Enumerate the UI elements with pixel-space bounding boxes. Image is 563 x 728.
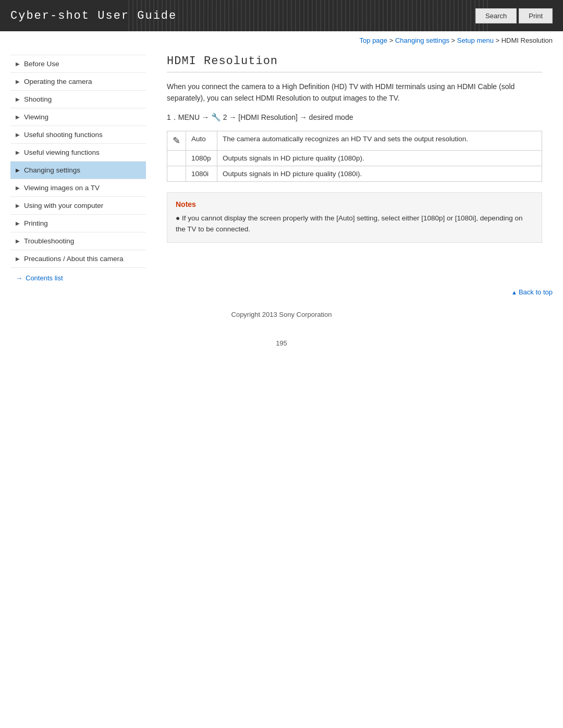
- sidebar-item-label: Operating the camera: [24, 78, 92, 85]
- step-text: 2 → [HDMI Resolution] → desired mode: [221, 113, 353, 121]
- sidebar-item-label: Viewing: [24, 113, 48, 121]
- header-actions: Search Print: [475, 8, 553, 23]
- table-cell-desc: Outputs signals in HD picture quality (1…: [217, 166, 542, 181]
- site-title: Cyber-shot User Guide: [10, 9, 177, 22]
- back-to-top-link[interactable]: Back to top: [511, 288, 553, 296]
- copyright-text: Copyright 2013 Sony Corporation: [231, 311, 332, 318]
- table-cell-desc: Outputs signals in HD picture quality (1…: [217, 150, 542, 166]
- sidebar-item-label: Before Use: [24, 60, 59, 68]
- sidebar-item-precautions[interactable]: ▶ Precautions / About this camera: [10, 250, 146, 268]
- sidebar-item-printing[interactable]: ▶ Printing: [10, 215, 146, 232]
- back-to-top-container: Back to top: [0, 284, 563, 300]
- arrow-right-icon: →: [16, 274, 22, 282]
- chevron-right-icon: ▶: [16, 256, 20, 262]
- table-cell-label: 1080i: [186, 166, 217, 181]
- sidebar-item-shooting[interactable]: ▶ Shooting: [10, 91, 146, 108]
- breadcrumb-changing[interactable]: Changing settings: [395, 36, 449, 44]
- chevron-right-icon: ▶: [16, 167, 20, 173]
- contents-list-link[interactable]: → Contents list: [10, 268, 146, 284]
- sidebar-item-operating[interactable]: ▶ Operating the camera: [10, 73, 146, 91]
- breadcrumb-sep1: >: [387, 36, 395, 44]
- notes-text: If you cannot display the screen properl…: [176, 213, 533, 235]
- chevron-right-icon: ▶: [16, 185, 20, 191]
- sidebar-item-useful-shooting[interactable]: ▶ Useful shooting functions: [10, 126, 146, 144]
- page-header: Cyber-shot User Guide Search Print: [0, 0, 563, 31]
- sidebar-item-viewing-tv[interactable]: ▶ Viewing images on a TV: [10, 179, 146, 197]
- table-row: ✎ Auto The camera automatically recogniz…: [167, 131, 542, 150]
- wrench-icon: 🔧: [211, 113, 221, 121]
- notes-box: Notes If you cannot display the screen p…: [167, 192, 542, 243]
- table-cell-desc: The camera automatically recognizes an H…: [217, 131, 542, 150]
- breadcrumb-top[interactable]: Top page: [360, 36, 388, 44]
- table-row: 1080p Outputs signals in HD picture qual…: [167, 150, 542, 166]
- breadcrumb-current: HDMI Resolution: [501, 36, 553, 44]
- table-cell-icon: ✎: [167, 131, 186, 150]
- table-cell-icon: [167, 150, 186, 166]
- breadcrumb-sep2: >: [449, 36, 457, 44]
- step-number: 1．MENU →: [167, 113, 211, 121]
- sidebar-item-before-use[interactable]: ▶ Before Use: [10, 55, 146, 73]
- breadcrumb: Top page > Changing settings > Setup men…: [0, 31, 563, 50]
- print-button[interactable]: Print: [519, 8, 553, 23]
- sidebar-item-viewing[interactable]: ▶ Viewing: [10, 108, 146, 126]
- chevron-right-icon: ▶: [16, 61, 20, 67]
- table-row: 1080i Outputs signals in HD picture qual…: [167, 166, 542, 181]
- notes-title: Notes: [176, 200, 533, 208]
- content-area: HDMI Resolution When you connect the cam…: [151, 50, 553, 284]
- sidebar: ▶ Before Use ▶ Operating the camera ▶ Sh…: [10, 50, 151, 284]
- sidebar-item-changing-settings[interactable]: ▶ Changing settings: [10, 162, 146, 179]
- sidebar-item-label: Precautions / About this camera: [24, 255, 124, 263]
- contents-list-label: Contents list: [26, 274, 63, 282]
- step-instruction: 1．MENU → 🔧 2 → [HDMI Resolution] → desir…: [167, 113, 542, 122]
- table-cell-label: Auto: [186, 131, 217, 150]
- chevron-right-icon: ▶: [16, 96, 20, 102]
- sidebar-item-label: Troubleshooting: [24, 237, 74, 245]
- search-button[interactable]: Search: [475, 8, 517, 23]
- sidebar-item-label: Printing: [24, 219, 48, 227]
- chevron-right-icon: ▶: [16, 150, 20, 155]
- chevron-right-icon: ▶: [16, 238, 20, 244]
- resolution-table: ✎ Auto The camera automatically recogniz…: [167, 131, 542, 182]
- page-title: HDMI Resolution: [167, 55, 542, 72]
- sidebar-item-troubleshooting[interactable]: ▶ Troubleshooting: [10, 232, 146, 250]
- sidebar-item-label: Shooting: [24, 95, 52, 103]
- sidebar-item-useful-viewing[interactable]: ▶ Useful viewing functions: [10, 144, 146, 162]
- footer: Copyright 2013 Sony Corporation: [0, 300, 563, 324]
- chevron-right-icon: ▶: [16, 79, 20, 84]
- content-description: When you connect the camera to a High De…: [167, 81, 542, 104]
- main-layout: ▶ Before Use ▶ Operating the camera ▶ Sh…: [0, 50, 563, 284]
- checkmark-icon: ✎: [173, 135, 180, 146]
- chevron-right-icon: ▶: [16, 114, 20, 120]
- sidebar-item-label: Changing settings: [24, 166, 80, 174]
- breadcrumb-setup[interactable]: Setup menu: [457, 36, 494, 44]
- sidebar-item-label: Useful viewing functions: [24, 149, 100, 156]
- table-cell-icon: [167, 166, 186, 181]
- sidebar-item-label: Viewing images on a TV: [24, 184, 100, 192]
- breadcrumb-sep3: >: [494, 36, 501, 44]
- table-cell-label: 1080p: [186, 150, 217, 166]
- sidebar-item-label: Useful shooting functions: [24, 131, 103, 139]
- page-number: 195: [0, 324, 563, 352]
- sidebar-item-label: Using with your computer: [24, 202, 103, 209]
- chevron-right-icon: ▶: [16, 220, 20, 226]
- sidebar-item-computer[interactable]: ▶ Using with your computer: [10, 197, 146, 215]
- chevron-right-icon: ▶: [16, 203, 20, 208]
- chevron-right-icon: ▶: [16, 132, 20, 138]
